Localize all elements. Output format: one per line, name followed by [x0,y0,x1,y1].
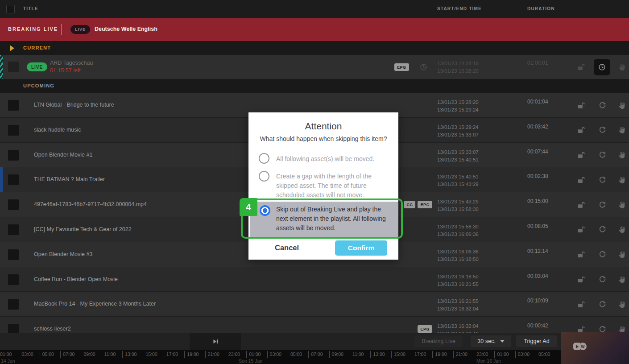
refresh-icon[interactable] [598,201,606,209]
hand-manual-icon[interactable] [617,151,625,159]
duration-value: 00:08:05 [527,223,548,229]
unlock-icon[interactable] [577,176,585,184]
row-title: [CC] My Favourite Tech & Gear of 2022 [34,226,132,232]
schedule-clock-button[interactable] [594,59,610,75]
option-3-container[interactable]: Skip out of Breaking Live and play the n… [250,202,398,237]
hand-manual-icon[interactable] [617,63,625,71]
hand-manual-icon[interactable] [617,126,625,134]
unlock-icon[interactable] [577,201,585,209]
hand-manual-icon[interactable] [617,276,625,284]
start-end-time: 13/01/23 15:58:3013/01/23 16:06:36 [437,223,479,238]
timeline-tick: 21:00 [205,351,219,358]
option-2-text[interactable]: Create a gap with the length of the skip… [276,172,386,200]
unlock-icon[interactable] [577,101,585,109]
start-time: 13/01/23 15:29:24 [437,124,479,131]
row-title: THE BATMAN ? Main Trailer [34,176,105,182]
unlock-icon[interactable] [577,63,585,71]
row-checkbox[interactable] [8,224,19,235]
row-title: LTN Global - Bridge to the future [34,102,114,108]
refresh-icon[interactable] [598,300,606,308]
timeline-tick: 03:00 [515,351,530,358]
radio-option-3-selected[interactable] [260,205,270,216]
duration-value: 00:15:00 [527,198,548,204]
row-checkbox[interactable] [8,249,19,260]
row-checkbox[interactable] [8,199,19,210]
confirm-button[interactable]: Confirm [335,240,387,256]
table-row[interactable]: schloss-lieser2EPG13/01/23 16:32:0413/01… [0,317,629,333]
breaking-live-button[interactable]: Breaking Live [414,335,463,347]
current-section-header[interactable]: CURRENT [0,41,629,55]
refresh-icon[interactable] [598,176,606,184]
hand-manual-icon[interactable] [617,101,625,109]
refresh-icon[interactable] [598,101,606,109]
row-checkbox[interactable] [8,274,19,285]
row-checkbox[interactable] [8,125,19,136]
row-badges: EPG [418,325,432,333]
hand-manual-icon[interactable] [617,176,625,184]
upcoming-section-header: UPCOMING [0,79,629,93]
duration-value: 00:03:42 [527,124,548,130]
radio-option-1[interactable] [259,153,269,164]
dialog-question: What should happen when skipping this it… [248,135,398,142]
table-row[interactable]: MacBook Pro 14 - My Experience 3 Months … [0,292,629,317]
dialog-title: Attention [248,121,398,132]
timeline-tick: 15:00 [143,351,157,358]
cancel-button[interactable]: Cancel [275,244,299,252]
play-triangle-icon [10,45,14,51]
attention-dialog: Attention What should happen when skippi… [248,112,398,260]
row-checkbox[interactable] [8,150,19,161]
trigger-ad-button[interactable]: Trigger Ad [516,335,557,347]
unlock-icon[interactable] [577,126,585,134]
unlock-icon[interactable] [577,300,585,308]
row-title: Open Blender Movie #3 [34,251,92,257]
unlock-icon[interactable] [577,251,585,259]
end-time: 13/01/23 16:21:55 [437,281,479,288]
refresh-icon[interactable] [598,276,606,284]
option-1-text[interactable]: All following asset(s) will be moved. [276,154,386,164]
row-checkbox[interactable] [8,324,19,333]
option-3-text[interactable]: Skip out of Breaking Live and play the n… [276,205,386,233]
timeline-tick: 11:00 [350,351,364,358]
start-end-time: 13/01/23 16:32:0413/01/23 16:32:46 [437,323,479,333]
hand-manual-icon[interactable] [617,201,625,209]
start-time: 13/01/23 16:06:36 [437,248,479,256]
unlock-icon[interactable] [577,226,585,234]
end-time: 13/01/23 15:33:07 [437,131,479,139]
start-time: 13/01/23 15:33:07 [437,149,479,156]
start-end-time: 13/01/23 16:06:3613/01/23 16:18:50 [437,248,479,263]
end-time: 13/01/23 15:40:51 [437,156,479,164]
table-row[interactable]: Coffee Run - Blender Open Movie13/01/23 … [0,267,629,292]
select-all-checkbox[interactable] [6,5,15,13]
start-time: 13/01/23 16:18:50 [437,273,479,281]
row-checkbox[interactable] [8,299,19,310]
skip-next-button[interactable] [209,336,222,347]
timeline-tick: 01:00 [0,351,12,358]
ad-duration-dropdown[interactable]: 30 sec. [471,335,511,347]
timeline-ruler[interactable]: 01:0003:0005:0007:0009:0011:0013:0015:00… [0,350,561,364]
start-end-time: 13/01/23 15:40:5113/01/23 15:43:29 [437,173,479,188]
start-end-time: 13/01/23 15:33:0713/01/23 15:40:51 [437,149,479,164]
unlock-icon[interactable] [577,276,585,284]
end-time: 13/01/23 16:06:36 [437,231,479,238]
duration-value: 00:00:42 [527,323,548,329]
timeline-tick: 15:00 [391,351,406,358]
row-checkbox[interactable] [8,100,19,111]
refresh-icon[interactable] [598,226,606,234]
refresh-icon[interactable] [598,126,606,134]
radio-option-2[interactable] [259,171,269,182]
column-start-end: START/END TIME [437,6,482,11]
breaking-live-banner: BREAKING LIVE LIVE Deutsche Welle Englis… [0,18,629,41]
hand-manual-icon[interactable] [617,226,625,234]
hand-manual-icon[interactable] [617,251,625,259]
unlock-icon[interactable] [577,151,585,159]
duration-value: 00:03:04 [527,273,548,279]
hand-manual-icon[interactable] [617,300,625,308]
row-checkbox[interactable] [8,174,19,185]
current-item-row[interactable]: LIVE ARD Tagesschau 01:15:57 left EPG 13… [0,55,629,79]
refresh-icon[interactable] [598,151,606,159]
refresh-icon[interactable] [598,251,606,259]
row-checkbox[interactable] [8,62,19,72]
duration-value: 00:07:44 [527,149,548,155]
duration-value: 00:01:04 [527,99,548,105]
start-time: 13/01/23 16:32:04 [437,323,479,330]
